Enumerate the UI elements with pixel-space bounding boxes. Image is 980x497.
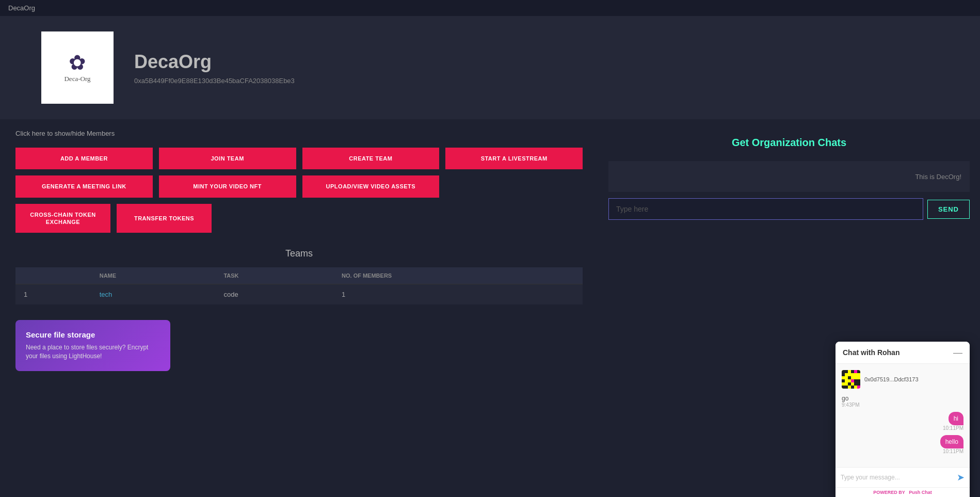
chat-rohan-address: 0x0d7519...Ddcf3173	[864, 376, 919, 382]
members-toggle[interactable]: Click here to show/hide Members	[15, 130, 583, 137]
start-livestream-button[interactable]: START A LIVESTREAM	[445, 148, 583, 169]
chat-send-icon[interactable]: ➤	[957, 472, 965, 483]
chat-rohan-avatar	[842, 370, 860, 389]
svg-rect-9	[854, 379, 860, 386]
action-buttons-row1: ADD A MEMBER JOIN TEAM CREATE TEAM START…	[15, 148, 583, 169]
col-task: TASK	[215, 267, 333, 284]
svg-rect-5	[854, 370, 857, 373]
app-name: DecaOrg	[8, 4, 35, 12]
chat-message: hi 10:11PM	[842, 412, 963, 431]
chat-rohan-body: 0x0d7519...Ddcf3173 go 9:43PM hi 10:11PM…	[836, 364, 970, 467]
teams-title: Teams	[15, 248, 583, 259]
send-button[interactable]: SEND	[927, 200, 970, 219]
org-logo-flower-icon: ✿	[64, 52, 90, 73]
chat-message: hello 10:11PM	[842, 435, 963, 454]
empty-slot	[445, 175, 583, 197]
mint-video-nft-button[interactable]: MINT YOUR VIDEO NFT	[159, 175, 296, 197]
teams-section: Teams NAME TASK NO. OF MEMBERS 1 tech co…	[15, 248, 583, 304]
add-member-button[interactable]: ADD A MEMBER	[15, 148, 153, 169]
main-content: Click here to show/hide Members ADD A ME…	[0, 119, 980, 381]
svg-rect-11	[857, 386, 860, 389]
join-team-button[interactable]: JOIN TEAM	[159, 148, 296, 169]
org-banner: ✿ Deca-Org DecaOrg 0xa5B449Ff0e9E88E130d…	[0, 16, 980, 119]
chat-rohan-window: Chat with Rohan —	[836, 342, 970, 497]
push-chat-label: Push Chat	[909, 490, 932, 495]
svg-rect-10	[851, 386, 854, 389]
teams-table: NAME TASK NO. OF MEMBERS 1 tech code 1	[15, 267, 583, 304]
team-num: 1	[15, 284, 91, 305]
org-chat-box: This is DecOrg!	[608, 161, 970, 192]
svg-rect-8	[848, 382, 851, 386]
action-buttons-row3: CROSS-CHAIN TOKEN EXCHANGE TRANSFER TOKE…	[15, 204, 212, 233]
team-name[interactable]: tech	[91, 284, 216, 305]
secure-storage-banner: Secure file storage Need a place to stor…	[15, 320, 170, 371]
chat-input-row: SEND	[608, 198, 970, 220]
chat-input[interactable]	[608, 198, 923, 220]
col-num	[15, 267, 91, 284]
col-members: NO. OF MEMBERS	[333, 267, 583, 284]
teams-table-body: 1 tech code 1	[15, 284, 583, 305]
svg-rect-12	[848, 376, 851, 379]
chat-rohan-title: Chat with Rohan	[843, 348, 899, 357]
org-logo-text: Deca-Org	[64, 75, 90, 83]
upload-video-button[interactable]: UPLOAD/VIEW VIDEO ASSETS	[302, 175, 440, 197]
table-row: 1 tech code 1	[15, 284, 583, 305]
get-org-chats-button[interactable]: Get Organization Chats	[608, 130, 970, 156]
chat-messages: go 9:43PM hi 10:11PM hello 10:11PM	[842, 395, 963, 458]
top-nav: DecaOrg	[0, 0, 980, 16]
org-chat-message: This is DecOrg!	[915, 173, 961, 181]
teams-table-header: NAME TASK NO. OF MEMBERS	[15, 267, 583, 284]
org-name: DecaOrg	[134, 51, 295, 73]
teams-header-row: NAME TASK NO. OF MEMBERS	[15, 267, 583, 284]
chat-rohan-input[interactable]	[841, 474, 957, 481]
secure-storage-title: Secure file storage	[26, 330, 160, 339]
org-info: DecaOrg 0xa5B449Ff0e9E88E130d3Be45baCFA2…	[134, 51, 295, 85]
chat-message: go 9:43PM	[842, 395, 963, 408]
chat-rohan-header: Chat with Rohan —	[836, 342, 970, 364]
svg-rect-3	[851, 370, 854, 373]
powered-by-label: POWERED BY	[873, 490, 905, 495]
svg-rect-13	[851, 379, 854, 382]
chat-rohan-footer: POWERED BY Push Chat	[836, 487, 970, 497]
svg-rect-6	[842, 379, 845, 382]
chat-rohan-minimize-button[interactable]: —	[953, 348, 962, 357]
action-buttons-row2: GENERATE A MEETING LINK MINT YOUR VIDEO …	[15, 175, 583, 197]
generate-meeting-button[interactable]: GENERATE A MEETING LINK	[15, 175, 153, 197]
col-name: NAME	[91, 267, 216, 284]
svg-rect-4	[857, 370, 860, 373]
team-task: code	[215, 284, 333, 305]
transfer-tokens-button[interactable]: TRANSFER TOKENS	[117, 204, 212, 233]
svg-rect-2	[845, 373, 848, 376]
org-logo-wrapper: ✿ Deca-Org	[41, 31, 114, 104]
chat-rohan-user-row: 0x0d7519...Ddcf3173	[842, 370, 963, 389]
org-logo: ✿ Deca-Org	[64, 52, 90, 83]
team-members: 1	[333, 284, 583, 305]
secure-storage-description: Need a place to store files securely? En…	[26, 343, 160, 361]
org-address: 0xa5B449Ff0e9E88E130d3Be45baCFA2038038Eb…	[134, 77, 295, 85]
left-panel: Click here to show/hide Members ADD A ME…	[0, 119, 598, 381]
cross-chain-button[interactable]: CROSS-CHAIN TOKEN EXCHANGE	[15, 204, 110, 233]
create-team-button[interactable]: CREATE TEAM	[302, 148, 440, 169]
chat-rohan-input-row: ➤	[836, 467, 970, 487]
svg-rect-7	[842, 386, 848, 389]
